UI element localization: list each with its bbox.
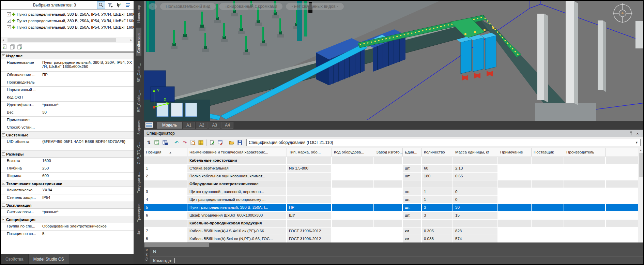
filter-icon[interactable] [106, 1, 114, 9]
tree-item-checkbox[interactable]: ✓ [7, 19, 11, 23]
tab-model[interactable]: Модель [157, 122, 182, 129]
tab-sheet-a1[interactable]: A1 [183, 122, 195, 129]
copy-pages-icon[interactable] [10, 44, 15, 49]
side-tab-чат[interactable]: Чат [136, 226, 141, 238]
table-row[interactable]: 5Пункт распределительный, 380 В, 250А, I… [144, 204, 643, 212]
property-value[interactable] [40, 124, 134, 131]
property-section-header[interactable]: −Технические характеристики [1, 180, 134, 187]
table-style-icon[interactable] [197, 139, 205, 146]
undo-icon[interactable]: ↶ [173, 139, 180, 146]
close-icon[interactable]: × [145, 248, 148, 252]
list-icon[interactable] [124, 1, 132, 9]
property-section-header[interactable]: −Изделие [1, 53, 134, 59]
table-vscrollbar[interactable]: ▲ [638, 148, 643, 242]
viewport-minimize-button[interactable]: - [149, 3, 157, 10]
side-tab-clp_td_c-[interactable]: CLP_TD_C... [136, 139, 141, 167]
property-value[interactable]: 250 [40, 165, 134, 172]
preview-icon[interactable] [189, 139, 197, 146]
property-value[interactable]: Пункт распределительный, 380 В, 250А, IP… [40, 59, 134, 71]
column-header[interactable]: Код оборудова... [332, 148, 374, 157]
table-import-icon[interactable] [217, 139, 224, 146]
table-add-icon[interactable]: + [153, 139, 161, 146]
property-value[interactable]: 1600 [40, 158, 134, 165]
column-header[interactable]: Завод изгото... [374, 148, 403, 157]
table-group-row[interactable]: Кабельно-проводниковая продукция [144, 220, 643, 227]
tab-model-studio-cs[interactable]: Model Studio CS [29, 254, 69, 264]
column-header[interactable]: Поставщик [532, 148, 564, 157]
sort-icon[interactable]: ⇅ [145, 139, 153, 146]
table-hscrollbar[interactable] [144, 242, 643, 248]
scroll-left-icon[interactable]: ◂ [1, 38, 5, 42]
collapse-icon[interactable]: − [2, 182, 5, 185]
column-header[interactable]: Производитель [564, 148, 606, 157]
collapse-icon[interactable]: − [2, 54, 5, 57]
table-row[interactable]: 2Полка кабельная оцинкованная, климат...… [144, 173, 643, 180]
specification-select[interactable]: Спецификация оборудования (ГОСТ 21.110)▼ [246, 139, 641, 146]
navigation-wheel-icon[interactable] [612, 3, 633, 24]
column-header[interactable]: Масса единицы, кг [453, 148, 498, 157]
save-icon[interactable] [236, 139, 244, 146]
table-hscroll-thumb[interactable] [144, 243, 209, 247]
column-header[interactable]: Количество [422, 148, 453, 157]
property-value[interactable]: IP54 [40, 194, 134, 202]
table-row[interactable]: 7Кабель ВБбШвнг(А)-LS 4х10 ок (РЕ)-0.66Г… [144, 227, 643, 235]
column-header[interactable]: Тип, марка, обо... [287, 148, 332, 157]
property-value[interactable]: 600 [40, 173, 134, 180]
table-row[interactable]: 3Щиток групповой , навесной, переменн...… [144, 188, 643, 196]
side-tab-be_cable_-[interactable]: BE_Cable_... [136, 58, 141, 85]
property-value[interactable] [40, 79, 134, 86]
property-value[interactable]: *разные* [40, 102, 134, 109]
table-group-row[interactable]: Кабельные конструкции [144, 157, 643, 165]
property-section-header[interactable]: −Размеры [1, 151, 134, 158]
tree-item-checkbox[interactable]: ✓ [7, 12, 11, 16]
property-value[interactable] [40, 94, 134, 101]
property-section-header[interactable]: −Спецификация [1, 216, 134, 223]
open-icon[interactable] [228, 139, 235, 146]
magnifier-pin-icon[interactable] [97, 1, 105, 9]
tree-item-checkbox[interactable]: ✓ [7, 25, 11, 29]
property-value[interactable]: ПР [40, 72, 134, 79]
cursor-check-icon[interactable]: ✓ [115, 1, 123, 9]
table-vscroll-thumb[interactable] [639, 153, 643, 177]
tab-sheet-a4[interactable]: A4 [221, 122, 233, 129]
property-value[interactable]: Оборудование электротехническое [40, 223, 134, 230]
command-input-row[interactable]: Команда: [150, 257, 643, 264]
viewport-3d[interactable]: Y X - Пользовательский вид Тонированный … [144, 1, 643, 121]
pin-icon[interactable] [628, 131, 634, 136]
table-save-icon[interactable] [162, 139, 169, 146]
viewport-view-button[interactable]: Пользовательский вид [160, 3, 216, 10]
column-header[interactable]: Позиция▲ [144, 148, 187, 157]
collapse-icon[interactable]: − [2, 133, 5, 136]
side-tab-навигатор[interactable]: Навигатор [136, 2, 141, 26]
side-tab-свойства-э-[interactable]: Свойства э... [136, 28, 141, 56]
collapse-icon[interactable]: − [2, 152, 5, 156]
column-header[interactable]: Един... [403, 148, 422, 157]
apply-pages-check-icon[interactable]: ✓ [17, 44, 22, 49]
property-value[interactable]: 5 [40, 231, 134, 238]
redo-icon[interactable]: ↷ [181, 139, 188, 146]
property-value[interactable] [40, 117, 134, 124]
property-section-header[interactable]: −Системные [1, 132, 134, 138]
collapse-icon[interactable]: − [2, 204, 5, 207]
property-value[interactable]: *разные* [40, 209, 134, 216]
tab-sheet-a3[interactable]: A3 [209, 122, 220, 129]
apply-doc-check-icon[interactable]: ✓ [2, 44, 7, 49]
pin-icon[interactable]: ⊼ [145, 253, 148, 257]
table-row[interactable]: 6Шкаф управления ШхВхГ 600х1000х300ШУшт.… [144, 212, 643, 220]
scroll-up-icon[interactable]: ▲ [640, 149, 642, 152]
collapse-icon[interactable]: − [2, 218, 5, 221]
tree-hscrollbar[interactable]: ◂ ▸ [1, 37, 134, 43]
viewport-linked-views-button[interactable]: - нет связанных видов - [286, 3, 343, 10]
table-row[interactable]: 1Стойка вертикальнаяN6 1,5-800шт.602.13 [144, 165, 643, 173]
viewport-visual-style-button[interactable]: Тонированный с кромками [219, 3, 282, 10]
side-tab-текущие-п-[interactable]: Текущие п... [136, 169, 141, 196]
table-row[interactable]: 8Кабель ВБбШвнг(А) 5х4 ок (N,PE)-0.66, Г… [144, 235, 643, 242]
scroll-right-icon[interactable]: ▸ [129, 38, 134, 42]
table-group-row[interactable]: Оборудование электротехническое [144, 180, 643, 188]
tab-properties[interactable]: Свойства [1, 254, 29, 264]
tree-item[interactable]: ✓✚Пункт распределительный, 380 В, 250А, … [1, 11, 134, 17]
table-row[interactable]: 4Щит распределительный по опросному ...ш… [144, 196, 643, 204]
property-value[interactable]: УХЛ4 [40, 187, 134, 194]
side-tab-задания[interactable]: Задания [136, 117, 141, 137]
property-value[interactable] [40, 87, 134, 94]
